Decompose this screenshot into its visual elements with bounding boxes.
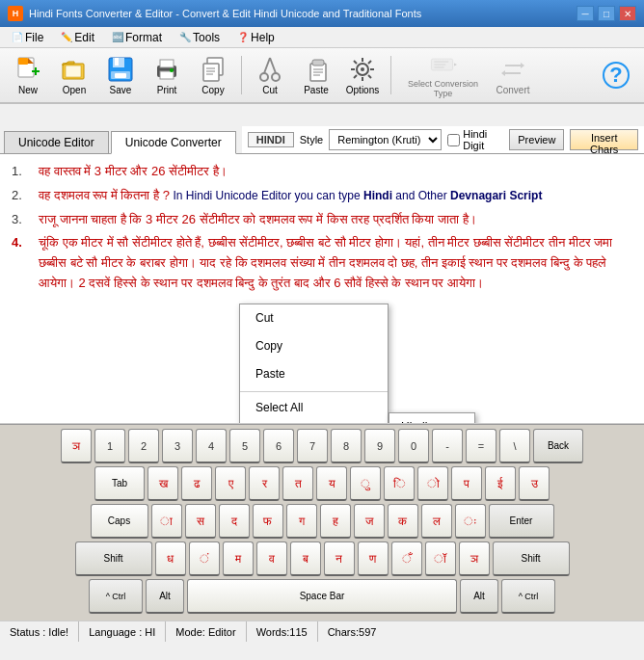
- key-r[interactable]: र: [249, 466, 280, 501]
- key-k[interactable]: क: [388, 504, 418, 539]
- key-backtick[interactable]: ञ: [61, 429, 92, 463]
- hindi-digit-checkbox-label[interactable]: Hindi Digit: [447, 128, 503, 151]
- ctx-select-all[interactable]: Select All: [240, 394, 388, 422]
- ctx-cut[interactable]: Cut: [240, 304, 388, 332]
- key-y[interactable]: य: [316, 466, 347, 501]
- menu-file[interactable]: 📄 File: [4, 29, 51, 46]
- svg-point-31: [361, 67, 364, 71]
- key-equals[interactable]: =: [466, 429, 496, 463]
- open-button[interactable]: Open: [52, 51, 96, 99]
- maximize-button[interactable]: □: [598, 6, 615, 21]
- cut-icon: [256, 56, 283, 83]
- svg-marker-46: [501, 70, 505, 76]
- select-conversion-button: Select Conversion Type: [397, 51, 489, 99]
- key-ralt[interactable]: Alt: [460, 579, 498, 614]
- key-x[interactable]: ं: [189, 541, 220, 576]
- key-2[interactable]: 2: [128, 429, 159, 463]
- key-lalt[interactable]: Alt: [146, 579, 184, 614]
- language-submenu: Hindi Marathi: [389, 412, 475, 424]
- key-backspace[interactable]: Back: [533, 429, 583, 463]
- key-caps[interactable]: Caps: [91, 504, 148, 539]
- key-0[interactable]: 0: [398, 429, 429, 463]
- key-g[interactable]: ग: [286, 504, 317, 539]
- key-t[interactable]: त: [282, 466, 313, 501]
- key-rshift[interactable]: Shift: [493, 541, 570, 576]
- cut-button[interactable]: Cut: [248, 51, 292, 99]
- key-o[interactable]: ो: [417, 466, 448, 501]
- options-button[interactable]: Options: [340, 51, 385, 99]
- key-minus[interactable]: -: [432, 429, 463, 463]
- new-icon: [14, 56, 41, 83]
- key-f[interactable]: फ: [253, 504, 283, 539]
- key-space[interactable]: Space Bar: [187, 579, 457, 614]
- keyboard-row-4: Shift ध ं म व ब न ण ँ ॉ ञ Shift: [6, 541, 638, 576]
- submenu-hindi[interactable]: Hindi: [389, 413, 474, 424]
- ctx-paste[interactable]: Paste: [240, 360, 388, 388]
- insert-chars-button[interactable]: Insert Chars: [570, 129, 638, 150]
- close-button[interactable]: ✕: [619, 6, 636, 21]
- key-n[interactable]: न: [324, 541, 355, 576]
- key-period[interactable]: ॉ: [425, 541, 456, 576]
- svg-rect-11: [115, 73, 126, 78]
- help-button[interactable]: ?: [594, 51, 638, 99]
- print-button[interactable]: Print: [145, 51, 189, 99]
- paste-button[interactable]: Paste: [294, 51, 338, 99]
- save-button[interactable]: Save: [98, 51, 143, 99]
- menu-edit[interactable]: ✏️ Edit: [53, 29, 102, 46]
- menu-tools[interactable]: 🔧 Tools: [172, 29, 228, 46]
- key-z[interactable]: ध: [155, 541, 186, 576]
- key-comma[interactable]: ँ: [391, 541, 422, 576]
- key-rbracket[interactable]: उ: [519, 466, 550, 501]
- menu-help[interactable]: ❓ Help: [229, 29, 282, 46]
- status-mode: Mode: Editor: [166, 621, 246, 642]
- key-b[interactable]: ब: [290, 541, 321, 576]
- tab-unicode-converter[interactable]: Unicode Converter: [111, 131, 236, 154]
- key-backslash[interactable]: \: [499, 429, 530, 463]
- key-lctrl[interactable]: ^ Ctrl: [89, 579, 143, 614]
- status-bar: Status : Idle! Language : HI Mode: Edito…: [0, 620, 644, 642]
- editor-area[interactable]: 1. वह वास्तव में 3 मीटर और 26 सेंटीमीटर …: [0, 154, 644, 424]
- key-l[interactable]: ल: [421, 504, 452, 539]
- minimize-button[interactable]: ─: [577, 6, 594, 21]
- ctx-copy[interactable]: Copy: [240, 332, 388, 360]
- key-p[interactable]: प: [451, 466, 482, 501]
- key-e[interactable]: ए: [215, 466, 246, 501]
- menu-format[interactable]: 🔤 Format: [104, 29, 170, 46]
- key-9[interactable]: 9: [364, 429, 395, 463]
- key-d[interactable]: द: [219, 504, 250, 539]
- key-m[interactable]: ण: [358, 541, 389, 576]
- key-slash[interactable]: ञ: [459, 541, 490, 576]
- key-v[interactable]: व: [256, 541, 287, 576]
- key-u[interactable]: ु: [350, 466, 381, 501]
- key-c[interactable]: म: [223, 541, 254, 576]
- key-rctrl[interactable]: ^ Ctrl: [501, 579, 555, 614]
- key-7[interactable]: 7: [297, 429, 328, 463]
- key-j[interactable]: ज: [354, 504, 385, 539]
- key-4[interactable]: 4: [196, 429, 227, 463]
- key-1[interactable]: 1: [94, 429, 125, 463]
- preview-button[interactable]: Preview: [509, 129, 564, 150]
- copy-button[interactable]: Copy: [191, 51, 235, 99]
- key-tab[interactable]: Tab: [94, 466, 145, 501]
- key-3[interactable]: 3: [162, 429, 193, 463]
- key-5[interactable]: 5: [229, 429, 260, 463]
- key-lshift[interactable]: Shift: [75, 541, 152, 576]
- key-enter[interactable]: Enter: [489, 504, 554, 539]
- convert-button: Convert: [491, 51, 535, 99]
- svg-rect-9: [115, 58, 119, 66]
- key-6[interactable]: 6: [263, 429, 294, 463]
- key-q[interactable]: ख: [148, 466, 178, 501]
- style-select[interactable]: Remington (Kruti): [329, 129, 442, 150]
- key-lbracket[interactable]: ई: [485, 466, 516, 501]
- file-icon: 📄: [12, 32, 23, 42]
- key-semicolon[interactable]: ः: [455, 504, 486, 539]
- hindi-digit-checkbox[interactable]: [447, 134, 460, 146]
- key-i[interactable]: ि: [384, 466, 415, 501]
- key-w[interactable]: ढ: [181, 466, 212, 501]
- key-s[interactable]: स: [185, 504, 216, 539]
- new-button[interactable]: New: [6, 51, 50, 99]
- key-8[interactable]: 8: [331, 429, 362, 463]
- key-a[interactable]: ा: [151, 504, 182, 539]
- key-h[interactable]: ह: [320, 504, 351, 539]
- tab-unicode-editor[interactable]: Unicode Editor: [4, 131, 109, 153]
